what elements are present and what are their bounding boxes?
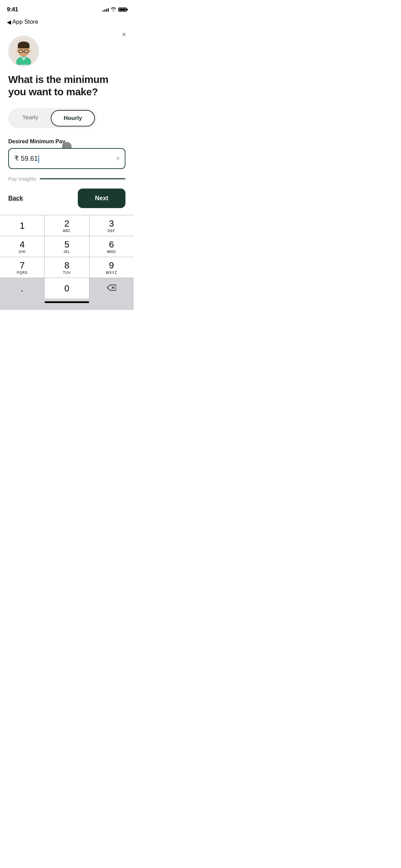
status-bar: 9:41 (0, 0, 134, 17)
keyboard-row-2: 4 GHI 5 JKL 6 MNO (0, 236, 134, 257)
key-4[interactable]: 4 GHI (0, 236, 45, 257)
text-cursor (38, 155, 39, 163)
delete-icon (107, 284, 116, 293)
input-clear-button[interactable]: × (116, 155, 120, 162)
pay-input-value: ₹ 59.61 (14, 155, 38, 162)
nav-back-arrow: ◀ (7, 19, 11, 25)
svg-point-15 (28, 49, 31, 52)
main-content: What is the minimum you want to make? Ye… (0, 29, 134, 182)
pay-input-field[interactable]: ₹ 59.61 (14, 154, 108, 163)
close-button[interactable]: × (122, 31, 126, 38)
signal-icon (102, 8, 109, 12)
key-6[interactable]: 6 MNO (89, 236, 134, 257)
status-time: 9:41 (7, 6, 18, 13)
key-1[interactable]: 1 (0, 215, 45, 236)
wifi-icon (111, 7, 116, 12)
svg-point-13 (23, 53, 24, 54)
app-store-label: App Store (12, 19, 38, 25)
key-9[interactable]: 9 WXYZ (89, 257, 134, 278)
svg-point-14 (17, 49, 19, 52)
next-button[interactable]: Next (78, 189, 125, 208)
pay-input-wrapper: ₹ 59.61 × (8, 148, 125, 169)
pay-insights-line (40, 178, 125, 179)
key-5[interactable]: 5 JKL (45, 236, 89, 257)
pay-insights-bar: Pay Insights (8, 176, 125, 182)
keyboard-row-1: 1 2 ABC 3 DEF (0, 215, 134, 236)
avatar (8, 36, 39, 67)
home-bar (45, 301, 89, 303)
hourly-toggle[interactable]: Hourly (51, 110, 95, 126)
svg-point-11 (20, 51, 21, 52)
keyboard-row-4: . 0 (0, 278, 134, 299)
pay-insights-label: Pay Insights (8, 176, 36, 182)
back-button[interactable]: Back (8, 195, 23, 202)
svg-rect-5 (18, 45, 29, 48)
key-8[interactable]: 8 TUV (45, 257, 89, 278)
pay-period-toggle[interactable]: Yearly Hourly (8, 108, 97, 128)
app-store-nav[interactable]: ◀ App Store (0, 17, 134, 29)
key-0[interactable]: 0 (45, 278, 89, 299)
battery-icon (118, 8, 127, 12)
numeric-keyboard: 1 2 ABC 3 DEF 4 GHI 5 JKL 6 MNO 7 PQRS (0, 215, 134, 299)
key-delete[interactable] (89, 278, 134, 299)
key-3[interactable]: 3 DEF (89, 215, 134, 236)
yearly-toggle[interactable]: Yearly (10, 110, 51, 126)
key-7[interactable]: 7 PQRS (0, 257, 45, 278)
keyboard-row-3: 7 PQRS 8 TUV 9 WXYZ (0, 257, 134, 278)
pay-input-container: ₹ 59.61 × (8, 148, 125, 169)
home-indicator (0, 299, 134, 310)
bottom-navigation: Back Next (0, 182, 134, 215)
question-title: What is the minimum you want to make? (8, 73, 125, 98)
key-2[interactable]: 2 ABC (45, 215, 89, 236)
status-icons (102, 7, 127, 12)
svg-point-12 (26, 51, 26, 52)
key-decimal[interactable]: . (0, 278, 45, 299)
